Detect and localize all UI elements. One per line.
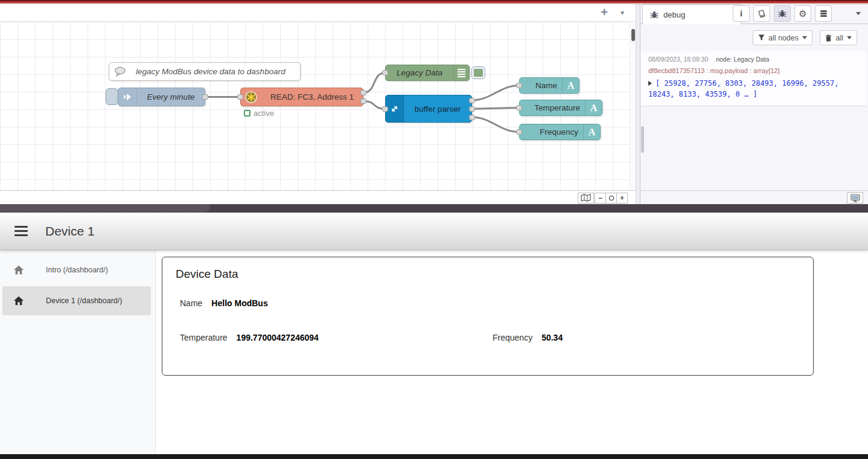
ui-frequency-input-port[interactable]	[516, 129, 522, 135]
comment-node[interactable]: legacy ModBus device data to dashboard	[109, 62, 301, 81]
inject-node[interactable]: Every minute	[118, 88, 205, 106]
parser-output-port-1[interactable]	[469, 98, 475, 103]
parser-output-port-2[interactable]	[469, 106, 475, 112]
debug-message-list[interactable]: 08/09/2023, 16:09:30 node: Legacy Data d…	[640, 50, 868, 194]
status-text: active	[254, 109, 274, 118]
field-name: Name Hello ModBus	[180, 298, 268, 308]
flow-list-caret-icon[interactable]: ▾	[614, 6, 631, 19]
inject-label: Every minute	[137, 88, 205, 106]
filter-nodes-dropdown[interactable]: all nodes	[753, 30, 812, 45]
book-icon	[758, 10, 766, 18]
debug-toolbar: all nodes all	[640, 25, 868, 49]
sidebar-menu-caret[interactable]	[852, 5, 864, 22]
inject-output-port[interactable]	[202, 94, 208, 100]
debug-enable-toggle[interactable]	[471, 66, 485, 79]
comment-bubble-icon	[109, 63, 131, 80]
funnel-icon	[758, 34, 765, 41]
nav-item-device-1[interactable]: Device 1 (/dashboard/)	[2, 286, 151, 315]
tab-debug-label: debug	[663, 10, 685, 19]
canvas-scroll-thumb[interactable]	[631, 29, 635, 41]
field-value: 199.77000427246094	[237, 333, 319, 342]
menu-hamburger-icon[interactable]	[14, 226, 28, 236]
inject-trigger-button[interactable]	[106, 88, 118, 105]
zoom-out-button[interactable]: −	[595, 193, 606, 204]
modbus-read-label: READ: FC3, Address 1	[261, 88, 363, 106]
modbus-status: active	[244, 109, 274, 118]
canvas-vertical-scrollbar[interactable]	[630, 22, 636, 190]
sidebar-footer	[640, 190, 868, 204]
dashboard-header: Device 1	[0, 213, 868, 250]
dashboard: Device 1 Intro (/dashboard/) Device 1 (/…	[0, 213, 868, 454]
flow-canvas[interactable]: legacy ModBus device data to dashboard E…	[0, 22, 630, 190]
modbus-output-port-1[interactable]	[360, 90, 366, 95]
buffer-parser-node[interactable]: ↔ buffer parser	[385, 95, 472, 123]
debug-input-port[interactable]	[382, 70, 388, 75]
ui-text-node-temperature[interactable]: Temperature A	[519, 100, 602, 116]
config-tab-button[interactable]: ⚙	[794, 5, 811, 22]
caret-down-icon	[847, 36, 852, 39]
nav-item-intro[interactable]: Intro (/dashboard/)	[2, 255, 151, 284]
parser-input-port[interactable]	[382, 106, 388, 112]
window-divider	[0, 204, 868, 213]
ui-text-label: Name	[520, 78, 562, 93]
debug-sidebar: debug i ⚙ all nodes	[640, 4, 868, 204]
dashboard-body: Intro (/dashboard/) Device 1 (/dashboard…	[0, 250, 868, 454]
comment-label: legacy ModBus device data to dashboard	[131, 63, 300, 80]
debug-scroll-thumb[interactable]	[641, 126, 644, 153]
text-widget-a-icon: A	[585, 100, 602, 115]
ui-name-input-port[interactable]	[516, 83, 522, 88]
open-debug-window-button[interactable]	[847, 192, 863, 204]
debug-sidebar-lines-icon	[453, 65, 469, 80]
sidebar-header: debug i ⚙	[640, 4, 868, 24]
expand-icon[interactable]	[648, 81, 652, 86]
message-source-node: node: Legacy Data	[716, 56, 769, 63]
bug-icon	[778, 10, 787, 18]
workspace-tabbar: + ▾	[0, 4, 636, 22]
ui-text-node-frequency[interactable]: Frequency A	[519, 124, 601, 140]
screen: + ▾ legacy ModBus device data to dashboa…	[0, 0, 868, 459]
buffer-parser-label: buffer parser	[404, 95, 471, 122]
debug-node-legacy-data[interactable]: Legacy Data	[385, 65, 470, 81]
clear-messages-dropdown[interactable]: all	[820, 30, 857, 45]
inject-arrow-icon	[118, 88, 137, 106]
message-payload[interactable]: [ 25928, 27756, 8303, 28493, 16996, 2955…	[648, 78, 864, 100]
modbus-output-port-2[interactable]	[360, 98, 366, 104]
info-icon: i	[740, 9, 742, 19]
ui-temperature-input-port[interactable]	[516, 105, 522, 111]
device-data-card: Device Data Name Hello ModBus Temperatur…	[162, 257, 814, 376]
field-label: Frequency	[493, 333, 532, 342]
tab-debug[interactable]: debug	[642, 4, 741, 24]
monitor-icon	[850, 194, 860, 202]
navigator-map-button[interactable]	[578, 193, 594, 204]
zoom-reset-button[interactable]	[605, 193, 617, 204]
modbus-read-node[interactable]: READ: FC3, Address 1	[240, 88, 363, 106]
taskbar-edge	[0, 454, 868, 459]
caret-down-icon	[856, 12, 861, 15]
field-label: Temperature	[180, 333, 228, 342]
canvas-footer: − +	[0, 190, 636, 204]
modbus-input-port[interactable]	[237, 94, 243, 100]
resize-arrow-icon: ↔	[386, 95, 404, 122]
zoom-in-button[interactable]: +	[616, 193, 628, 204]
field-frequency: Frequency 50.34	[493, 333, 563, 342]
text-widget-a-icon: A	[583, 124, 600, 140]
info-tab-button[interactable]: i	[733, 5, 750, 22]
field-value: Hello ModBus	[211, 298, 267, 308]
debug-tab-button[interactable]	[774, 5, 791, 22]
card-title: Device Data	[176, 268, 238, 281]
status-square-icon	[244, 110, 251, 117]
add-flow-button[interactable]: +	[596, 6, 613, 19]
caret-down-icon	[802, 36, 807, 39]
home-icon	[13, 265, 24, 275]
modbus-asterisk-icon	[241, 88, 261, 106]
dashboard-main: Device Data Name Hello ModBus Temperatur…	[156, 250, 868, 454]
window-tab-shadow	[0, 204, 210, 213]
field-value: 50.34	[541, 333, 563, 342]
help-tab-button[interactable]	[753, 5, 770, 22]
debug-message[interactable]: 08/09/2023, 16:09:30 node: Legacy Data d…	[641, 51, 866, 106]
sidebar-resize-handle[interactable]	[636, 4, 640, 204]
context-tab-button[interactable]	[815, 5, 832, 22]
database-icon	[820, 10, 828, 18]
ui-text-node-name[interactable]: Name A	[519, 77, 579, 94]
parser-output-port-3[interactable]	[469, 115, 475, 120]
